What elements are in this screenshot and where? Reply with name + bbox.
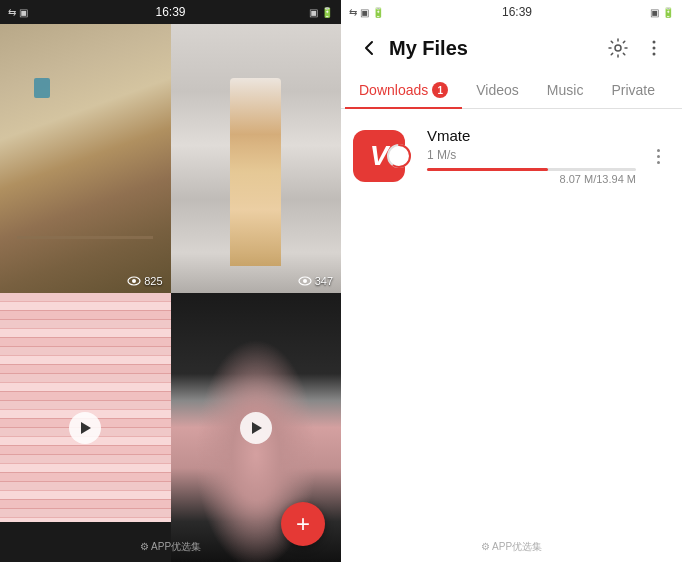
time-right: 16:39 bbox=[502, 5, 532, 19]
view-count-2: 347 bbox=[298, 275, 333, 287]
download-size: 8.07 M/13.94 M bbox=[427, 173, 636, 185]
app-header: My Files bbox=[341, 24, 682, 72]
header-actions bbox=[602, 32, 670, 64]
progress-bar-container bbox=[427, 168, 636, 171]
play-btn-3[interactable] bbox=[69, 412, 101, 444]
status-icons-left: ▣ 🔋 bbox=[309, 7, 333, 18]
svg-point-6 bbox=[653, 53, 656, 56]
back-button[interactable] bbox=[353, 32, 385, 64]
watermark-right: ⚙ APP优选集 bbox=[341, 532, 682, 562]
video-cell-person[interactable]: 347 bbox=[171, 24, 342, 293]
downloads-badge: 1 bbox=[432, 82, 448, 98]
more-button[interactable] bbox=[638, 32, 670, 64]
watermark-left: ⚙ APP优选集 bbox=[140, 540, 201, 554]
circular-progress bbox=[385, 142, 413, 170]
download-list: V Vmate 1 M/s 8.07 M/13.94 M bbox=[341, 109, 682, 532]
app-icon-container: V bbox=[353, 130, 405, 182]
download-speed: 1 M/s bbox=[427, 148, 636, 162]
play-btn-4[interactable] bbox=[240, 412, 272, 444]
settings-button[interactable] bbox=[602, 32, 634, 64]
view-count-1: 825 bbox=[127, 275, 162, 287]
video-grid: 825 347 bbox=[0, 24, 341, 562]
three-dots-icon bbox=[657, 149, 660, 164]
time-left: 16:39 bbox=[155, 5, 185, 19]
fab-button[interactable]: + bbox=[281, 502, 325, 546]
right-panel: ⇆ ▣ 🔋 16:39 ▣ 🔋 My Files bbox=[341, 0, 682, 562]
tab-videos[interactable]: Videos bbox=[462, 72, 533, 108]
status-left-icons: ⇆ ▣ 🔋 bbox=[349, 7, 384, 18]
tab-private[interactable]: Private bbox=[597, 72, 669, 108]
app-name: Vmate bbox=[427, 127, 636, 144]
tab-downloads[interactable]: Downloads 1 bbox=[345, 72, 462, 108]
page-title: My Files bbox=[389, 37, 602, 60]
video-cell-books[interactable] bbox=[0, 293, 171, 562]
item-more-button[interactable] bbox=[646, 144, 670, 168]
left-panel: ⇆ ▣ 16:39 ▣ 🔋 825 bbox=[0, 0, 341, 562]
progress-bar-fill bbox=[427, 168, 548, 171]
status-bar-right: ⇆ ▣ 🔋 16:39 ▣ 🔋 bbox=[341, 0, 682, 24]
status-right-icons: ▣ 🔋 bbox=[650, 7, 674, 18]
status-bar-left: ⇆ ▣ 16:39 ▣ 🔋 bbox=[0, 0, 341, 24]
tab-bar: Downloads 1 Videos Music Private bbox=[341, 72, 682, 109]
video-cell-food[interactable]: 825 bbox=[0, 24, 171, 293]
download-info: Vmate 1 M/s 8.07 M/13.94 M bbox=[427, 127, 636, 185]
tab-music[interactable]: Music bbox=[533, 72, 598, 108]
svg-point-3 bbox=[303, 279, 307, 283]
svg-point-4 bbox=[653, 41, 656, 44]
download-item-vmate: V Vmate 1 M/s 8.07 M/13.94 M bbox=[341, 117, 682, 195]
svg-point-5 bbox=[653, 47, 656, 50]
svg-point-1 bbox=[132, 279, 136, 283]
